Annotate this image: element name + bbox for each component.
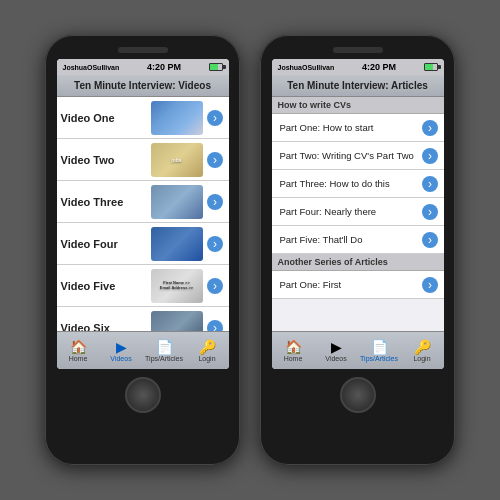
chevron-button[interactable] — [207, 110, 223, 126]
article-label: Part One: First — [280, 279, 422, 290]
tab-videos[interactable]: ▶ Videos — [315, 332, 358, 369]
tab-home-label: Home — [69, 355, 88, 362]
chevron-button[interactable] — [207, 278, 223, 294]
list-item[interactable]: Part Four: Nearly there — [272, 198, 444, 226]
video-label: Video Three — [61, 196, 147, 208]
chevron-button[interactable] — [422, 148, 438, 164]
list-item[interactable]: Part Five: That'll Do — [272, 226, 444, 254]
home-button[interactable] — [125, 377, 161, 413]
login-icon: 🔑 — [199, 340, 216, 354]
login-icon: 🔑 — [414, 340, 431, 354]
tab-home-label: Home — [284, 355, 303, 362]
videos-icon: ▶ — [331, 340, 342, 354]
home-button[interactable] — [340, 377, 376, 413]
tab-articles-label: Tips/Articles — [145, 355, 183, 362]
video-label: Video Five — [61, 280, 147, 292]
tab-login[interactable]: 🔑 Login — [186, 332, 229, 369]
chevron-button[interactable] — [207, 152, 223, 168]
status-right — [424, 63, 438, 71]
chevron-button[interactable] — [422, 277, 438, 293]
status-right — [209, 63, 223, 71]
nav-title-videos: Ten Minute Interview: Videos — [57, 75, 229, 97]
chevron-button[interactable] — [422, 204, 438, 220]
thumb-text: First Name >>Email Address >> — [159, 280, 194, 292]
chevron-button[interactable] — [207, 194, 223, 210]
video-label: Video Four — [61, 238, 147, 250]
list-item[interactable]: Video Five First Name >>Email Address >> — [57, 265, 229, 307]
article-label: Part Four: Nearly there — [280, 206, 422, 217]
thumb-text: jobs — [170, 156, 182, 164]
video-label: Video Two — [61, 154, 147, 166]
video-thumbnail — [151, 227, 203, 261]
carrier-label: JoshuaOSullivan — [63, 64, 120, 71]
articles-icon: 📄 — [371, 340, 388, 354]
tab-bar: 🏠 Home ▶ Videos 📄 Tips/Articles 🔑 Login — [57, 331, 229, 369]
tab-bar: 🏠 Home ▶ Videos 📄 Tips/Articles 🔑 Login — [272, 331, 444, 369]
tab-home[interactable]: 🏠 Home — [57, 332, 100, 369]
article-label: Part Three: How to do this — [280, 178, 422, 189]
list-item[interactable]: Part Three: How to do this — [272, 170, 444, 198]
tab-login-label: Login — [198, 355, 215, 362]
video-thumbnail: First Name >>Email Address >> — [151, 269, 203, 303]
list-item[interactable]: Video Two jobs — [57, 139, 229, 181]
status-bar: JoshuaOSullivan 4:20 PM — [272, 59, 444, 75]
chevron-button[interactable] — [207, 236, 223, 252]
tab-articles-label: Tips/Articles — [360, 355, 398, 362]
chevron-button[interactable] — [422, 120, 438, 136]
chevron-button[interactable] — [422, 176, 438, 192]
list-item[interactable]: Part One: First — [272, 271, 444, 299]
list-item[interactable]: Video Three — [57, 181, 229, 223]
list-item[interactable]: Part One: How to start — [272, 114, 444, 142]
nav-title-articles: Ten Minute Interview: Articles — [272, 75, 444, 97]
article-label: Part One: How to start — [280, 122, 422, 133]
tab-home[interactable]: 🏠 Home — [272, 332, 315, 369]
video-thumbnail — [151, 101, 203, 135]
videos-icon: ▶ — [116, 340, 127, 354]
section-header-cvs: How to write CVs — [272, 97, 444, 114]
list-item[interactable]: Video Six — [57, 307, 229, 331]
video-label: Video Six — [61, 322, 147, 332]
phone-screen-videos: JoshuaOSullivan 4:20 PM Ten Minute Inter… — [57, 59, 229, 369]
article-list: How to write CVs Part One: How to start … — [272, 97, 444, 331]
article-label: Part Two: Writing CV's Part Two — [280, 150, 422, 161]
phone-videos: JoshuaOSullivan 4:20 PM Ten Minute Inter… — [45, 35, 240, 465]
time-label: 4:20 PM — [147, 62, 181, 72]
video-label: Video One — [61, 112, 147, 124]
battery-icon — [209, 63, 223, 71]
list-item[interactable]: Video One — [57, 97, 229, 139]
video-thumbnail: jobs — [151, 143, 203, 177]
tab-articles[interactable]: 📄 Tips/Articles — [358, 332, 401, 369]
section-header-another: Another Series of Articles — [272, 254, 444, 271]
battery-icon — [424, 63, 438, 71]
phone-speaker — [118, 47, 168, 53]
home-icon: 🏠 — [70, 340, 87, 354]
phone-speaker — [333, 47, 383, 53]
video-thumbnail — [151, 311, 203, 332]
phone-articles: JoshuaOSullivan 4:20 PM Ten Minute Inter… — [260, 35, 455, 465]
list-item[interactable]: Part Two: Writing CV's Part Two — [272, 142, 444, 170]
chevron-button[interactable] — [207, 320, 223, 332]
list-item[interactable]: Video Four — [57, 223, 229, 265]
articles-icon: 📄 — [156, 340, 173, 354]
tab-videos[interactable]: ▶ Videos — [100, 332, 143, 369]
video-thumbnail — [151, 185, 203, 219]
tab-articles[interactable]: 📄 Tips/Articles — [143, 332, 186, 369]
chevron-button[interactable] — [422, 232, 438, 248]
time-label: 4:20 PM — [362, 62, 396, 72]
phone-screen-articles: JoshuaOSullivan 4:20 PM Ten Minute Inter… — [272, 59, 444, 369]
carrier-label: JoshuaOSullivan — [278, 64, 335, 71]
video-list: Video One Video Two jobs Video Three Vid… — [57, 97, 229, 331]
status-bar: JoshuaOSullivan 4:20 PM — [57, 59, 229, 75]
tab-login[interactable]: 🔑 Login — [401, 332, 444, 369]
article-label: Part Five: That'll Do — [280, 234, 422, 245]
tab-videos-label: Videos — [325, 355, 346, 362]
tab-videos-label: Videos — [110, 355, 131, 362]
tab-login-label: Login — [413, 355, 430, 362]
home-icon: 🏠 — [285, 340, 302, 354]
